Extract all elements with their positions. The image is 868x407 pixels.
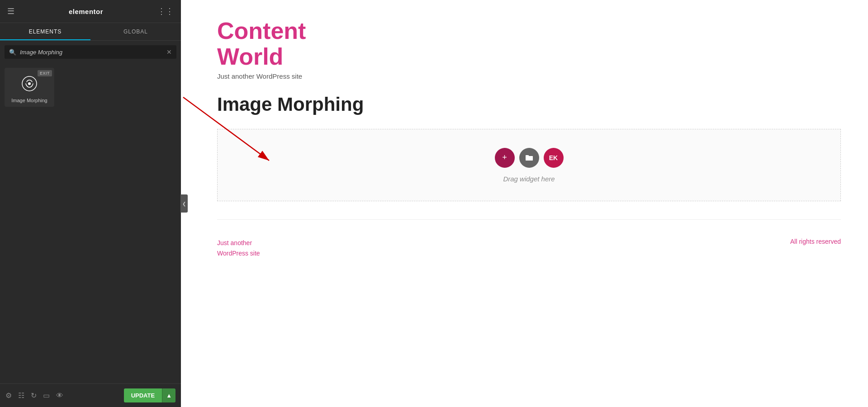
exit-button[interactable]: EK (544, 148, 564, 168)
add-widget-button[interactable]: + (495, 148, 515, 168)
main-canvas: Content World Just another WordPress sit… (181, 0, 868, 407)
footer-left: Just another WordPress site (217, 238, 260, 258)
svg-point-0 (28, 82, 31, 85)
tabs-bar: ELEMENTS GLOBAL (0, 23, 181, 41)
site-tagline: Just another WordPress site (217, 72, 841, 80)
update-dropdown-button[interactable]: ▲ (162, 388, 175, 402)
site-footer: Just another WordPress site All rights r… (217, 219, 841, 267)
responsive-icon[interactable]: ▭ (43, 391, 50, 400)
folder-button[interactable] (519, 148, 539, 168)
clear-search-icon[interactable]: ✕ (166, 48, 172, 56)
hamburger-icon[interactable]: ☰ (7, 6, 14, 16)
site-header: Content World Just another WordPress sit… (217, 18, 841, 80)
sidebar: ☰ elementor ⋮⋮ ELEMENTS GLOBAL 🔍 ✕ EXIT (0, 0, 181, 407)
widget-area: EXIT Image Morphing (0, 63, 181, 111)
history-icon[interactable]: ↻ (31, 391, 37, 400)
settings-icon[interactable]: ⚙ (5, 391, 12, 400)
canvas-area: Content World Just another WordPress sit… (181, 0, 868, 407)
drop-zone[interactable]: + EK Drag widget here (217, 129, 841, 201)
search-icon: 🔍 (9, 49, 16, 56)
search-input[interactable] (20, 49, 166, 56)
widget-label: Image Morphing (11, 98, 47, 103)
drop-zone-label: Drag widget here (503, 175, 555, 183)
update-button[interactable]: UPDATE (124, 388, 162, 402)
sidebar-footer: ⚙ ☷ ↻ ▭ 👁 UPDATE ▲ (0, 383, 181, 407)
page-title: Image Morphing (217, 94, 841, 115)
widget-icon (19, 73, 40, 94)
preview-icon[interactable]: 👁 (56, 392, 63, 400)
site-title: Content World (217, 18, 841, 70)
sidebar-title: elementor (69, 8, 103, 15)
layers-icon[interactable]: ☷ (18, 391, 24, 400)
search-bar: 🔍 ✕ (5, 45, 176, 59)
update-button-group: UPDATE ▲ (124, 388, 175, 402)
tab-global[interactable]: GLOBAL (90, 23, 181, 40)
grid-icon[interactable]: ⋮⋮ (157, 6, 174, 16)
sidebar-header: ☰ elementor ⋮⋮ (0, 0, 181, 23)
sidebar-collapse-button[interactable]: ❮ (180, 194, 188, 213)
widget-card[interactable]: EXIT Image Morphing (5, 68, 54, 107)
footer-right: All rights reserved (790, 238, 841, 245)
tab-elements[interactable]: ELEMENTS (0, 23, 90, 40)
drop-zone-buttons: + EK (495, 148, 564, 168)
exit-badge: EXIT (38, 70, 52, 76)
